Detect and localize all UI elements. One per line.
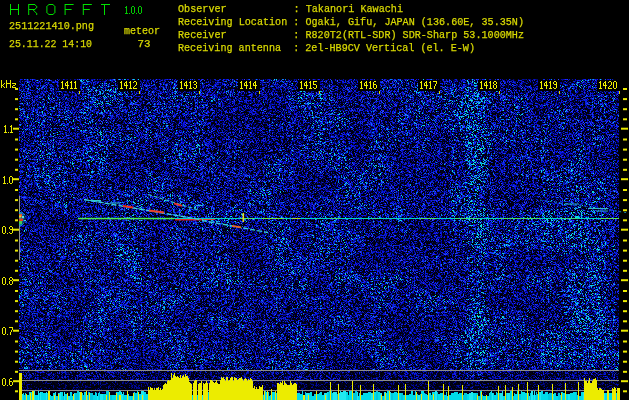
svg-text:73: 73 <box>138 38 151 50</box>
svg-text:2511221410.png: 2511221410.png <box>9 20 94 32</box>
svg-text:Receiver : R820T2(RT: Receiver : R820T2(RTL-SDR) SDR-Sharp 53.… <box>178 29 524 41</box>
svg-text:Receiving Location : Ogaki, Gi: Receiving Location : Ogaki, Gifu, JAPAN … <box>178 16 524 28</box>
svg-text:meteor: meteor <box>124 25 160 37</box>
svg-text:Observer : Takanori: Observer : Takanori Kawachi <box>178 3 403 15</box>
svg-text:Receiving antenna : 2el-HB9CV: Receiving antenna : 2el-HB9CV Vertical (… <box>178 42 475 54</box>
svg-text:25.11.22 14:10: 25.11.22 14:10 <box>9 38 92 50</box>
